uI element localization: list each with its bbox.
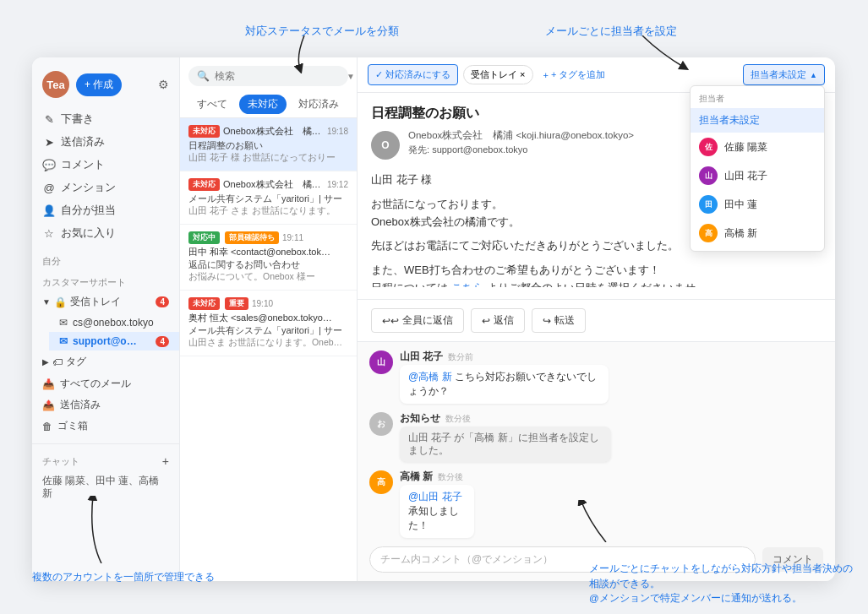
send-from: 発先: support@onebox.tokyo <box>408 144 723 156</box>
schedule-link[interactable]: こちら <box>451 281 484 287</box>
forward-button[interactable]: ↪ 転送 <box>532 308 586 333</box>
tab-all[interactable]: すべて <box>188 95 236 114</box>
mail-preview: お悩みについて。Onebox 様ー <box>188 271 348 283</box>
chat-time: 数分後 <box>445 413 471 425</box>
compose-button[interactable]: + 作成 <box>76 73 122 96</box>
star-icon: ☆ <box>42 227 56 240</box>
sidebar-item-trash[interactable]: 🗑 ゴミ箱 <box>32 416 179 437</box>
chat-time: 数分前 <box>448 351 473 363</box>
mail-sender: Onebox株式会社 橘浦 <koji.hiur… <box>223 125 324 138</box>
mail-subject: 返品に関するお問い合わせ <box>188 258 348 271</box>
chat-avatar: お <box>369 412 393 436</box>
mail-tabs: すべて 未対応 対応済み <box>180 91 357 118</box>
mail-item[interactable]: 未対応 Onebox株式会社 橘浦 <koji.hiur… 19:18 日程調整… <box>180 118 357 171</box>
assignee-menu: 担当者 担当者未設定 佐 佐藤 陽菜 山 山田 花子 田 田中 蓮 <box>690 85 825 252</box>
chat-bubble: @山田 花子承知しました！ <box>400 485 474 538</box>
status-tag: 未対応 <box>188 297 220 310</box>
mail-subject: メール共有システム「yaritori」| サー <box>188 193 348 205</box>
chat-message: お お知らせ 数分後 山田 花子 が「高橋 新」に担当者を設定しました。 <box>369 412 823 462</box>
chevron-up-icon: ▲ <box>810 71 817 79</box>
chat-avatar: 高 <box>369 470 393 494</box>
assignee-avatar: 田 <box>699 195 718 214</box>
comment-button[interactable]: コメント <box>762 547 823 572</box>
support-badge: 4 <box>156 336 169 347</box>
add-tag-button[interactable]: + + タグを追加 <box>538 65 611 84</box>
trash-icon: 🗑 <box>42 421 52 432</box>
sidebar-item-all-mail[interactable]: 📥 すべてのメール <box>32 373 179 394</box>
assignee-avatar: 山 <box>699 166 718 185</box>
dropdown-item-unassigned[interactable]: 担当者未設定 <box>691 108 824 133</box>
mail-item[interactable]: 未対応 Onebox株式会社 橘浦 <koji.hiur… 19:12 メール共… <box>180 171 357 225</box>
sidebar-item-mentions[interactable]: @ メンション <box>32 177 179 199</box>
detail-toolbar: ✓ 対応済みにする 受信トレイ × + + タグを追加 担当者未設定 ▲ 担当者… <box>358 57 835 93</box>
account-cs[interactable]: ✉ cs@onebox.tokyo <box>49 313 179 332</box>
chat-avatar: 山 <box>369 350 393 374</box>
mail-icon-support: ✉ <box>59 335 68 347</box>
dropdown-item-yamada[interactable]: 山 山田 花子 <box>691 161 824 190</box>
sidebar-item-favorites[interactable]: ☆ お気に入り <box>32 222 179 245</box>
chat-input-placeholder: チーム内コメント（@でメンション） <box>380 552 553 567</box>
sidebar-item-assigned[interactable]: 👤 自分が担当 <box>32 199 179 222</box>
chat-input-wrap[interactable]: チーム内コメント（@でメンション） <box>369 546 756 573</box>
assignee-button[interactable]: 担当者未設定 ▲ <box>743 64 825 85</box>
sent-icon: 📤 <box>42 399 55 411</box>
search-icon: 🔍 <box>197 70 210 82</box>
sidebar-item-tags[interactable]: ▶ 🏷 タグ <box>32 350 179 373</box>
assignee-avatar: 佐 <box>699 138 718 156</box>
reply-button[interactable]: ↩ 返信 <box>471 308 525 333</box>
mail-time: 19:10 <box>252 299 273 308</box>
chevron-right-icon: ▶ <box>42 357 49 367</box>
settings-icon[interactable]: ⚙ <box>158 78 169 91</box>
comment-icon: 💬 <box>42 159 56 171</box>
inbox-tag[interactable]: 受信トレイ × <box>463 65 532 84</box>
tag-icon: 🏷 <box>52 356 63 368</box>
inbox-icon: 📥 <box>42 378 55 390</box>
chat-name: 山田 花子 <box>400 350 443 363</box>
search-input-wrap[interactable]: 🔍 ▼ <box>188 66 348 86</box>
chat-bubble: @高橋 新 こちら対応お願いできないでしょうか？ <box>400 365 609 404</box>
mail-preview: 山田 花子 さま お世話になります。 <box>188 205 348 217</box>
from-line: Onebox株式会社 橘浦 <koji.hiura@onebox.tokyo> <box>408 129 723 142</box>
status-tag: 対応中 <box>188 231 220 244</box>
search-input[interactable] <box>215 70 341 82</box>
mail-item[interactable]: 対応中 部員確認待ち 19:11 田中 和幸 <contact@onebox.t… <box>180 225 357 291</box>
mail-list-panel: 🔍 ▼ すべて 未対応 対応済み 未対応 Onebox株式会社 橘浦 <koji… <box>180 57 358 581</box>
chat-header: チャット + <box>32 451 179 471</box>
tab-handled[interactable]: 対応済み <box>290 95 347 114</box>
resolve-button[interactable]: ✓ 対応済みにする <box>368 64 458 85</box>
mail-preview: 山田 花子 様 お世話になっておりー <box>188 152 348 164</box>
mail-sender: Onebox株式会社 橘浦 <koji.hiur… <box>223 178 324 191</box>
reply-all-button[interactable]: ↩↩ 全員に返信 <box>371 308 464 333</box>
chat-name-time: お知らせ 数分後 <box>400 412 648 425</box>
assignee-avatar: 高 <box>699 224 718 242</box>
mention-icon: @ <box>42 182 56 194</box>
person-icon: 👤 <box>42 204 56 217</box>
mail-time: 19:12 <box>327 180 348 189</box>
sidebar-item-sent[interactable]: ➤ 送信済み <box>32 131 179 154</box>
dropdown-item-sato[interactable]: 佐 佐藤 陽菜 <box>691 133 824 161</box>
chat-panel: 山 山田 花子 数分前 @高橋 新 こちら対応お願いできないでしょうか？ お お… <box>358 341 835 581</box>
mail-time: 19:18 <box>327 127 348 136</box>
search-bar: 🔍 ▼ <box>180 57 357 91</box>
main-nav: ✎ 下書き ➤ 送信済み 💬 コメント @ メンション 👤 自分が担当 ☆ お気 <box>32 108 179 245</box>
account-support[interactable]: ✉ support@o… 4 <box>49 332 179 350</box>
chat-name-time: 山田 花子 数分前 <box>400 350 646 363</box>
reply-icon: ↩ <box>482 315 490 327</box>
mail-item[interactable]: 未対応 重要 19:10 奥村 恒太 <sales@onebox.tokyo… … <box>180 291 357 356</box>
add-chat-button[interactable]: + <box>162 454 169 468</box>
sidebar-item-comments[interactable]: 💬 コメント <box>32 154 179 177</box>
sidebar-item-inbox-parent[interactable]: ▼ 🔒 受信トレイ 4 <box>32 291 179 313</box>
dropdown-item-takahashi[interactable]: 高 高橋 新 <box>691 219 824 247</box>
chat-time: 数分後 <box>438 471 463 483</box>
mail-items: 未対応 Onebox株式会社 橘浦 <koji.hiur… 19:18 日程調整… <box>180 118 357 581</box>
dropdown-item-tanaka[interactable]: 田 田中 蓮 <box>691 190 824 219</box>
chat-section: チャット + 佐藤 陽菜、田中 蓮、高橋 新 <box>32 443 179 503</box>
sidebar-item-sent-mail[interactable]: 📤 送信済み <box>32 394 179 416</box>
tab-unhandled[interactable]: 未対応 <box>239 95 287 114</box>
mail-detail-panel: ✓ 対応済みにする 受信トレイ × + + タグを追加 担当者未設定 ▲ 担当者… <box>358 57 835 581</box>
sidebar-item-drafts[interactable]: ✎ 下書き <box>32 108 179 131</box>
inbox-tag-label: 受信トレイ × <box>471 68 525 81</box>
send-icon: ➤ <box>42 136 56 149</box>
assignee-dropdown: 担当者未設定 ▲ 担当者 担当者未設定 佐 佐藤 陽菜 山 山田 花子 <box>743 64 825 85</box>
reply-all-icon: ↩↩ <box>382 315 399 327</box>
